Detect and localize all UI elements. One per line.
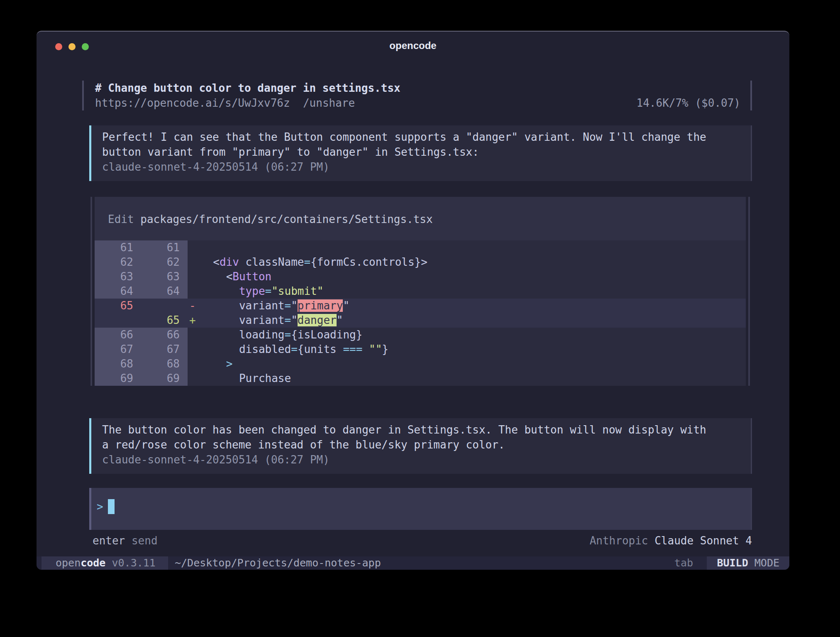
context-usage: 14.6K/7% ($0.07)	[637, 96, 740, 110]
diff-marker	[188, 255, 200, 270]
diff-code-line: <div className={formCs.controls}>	[200, 255, 746, 270]
diff-row: 6363 <Button	[95, 270, 746, 284]
diff-code-line: type="submit"	[200, 284, 746, 299]
working-directory: ~/Desktop/Projects/demo-notes-app	[175, 556, 381, 570]
message-text-line: a red/rose color scheme instead of the b…	[102, 437, 741, 452]
code-token	[239, 256, 246, 268]
edit-tool-call: Edit packages/frontend/src/containers/Se…	[95, 197, 746, 386]
code-token: <	[226, 270, 233, 283]
diff-code-line: disabled={units === ""}	[200, 342, 746, 357]
code-token	[200, 358, 226, 370]
diff-row: 6969 Purchase	[95, 371, 746, 386]
message-text-line: The button color has been changed to dan…	[102, 422, 741, 437]
assistant-message: The button color has been changed to dan…	[89, 418, 752, 474]
prompt-symbol: >	[97, 500, 103, 513]
prompt-input[interactable]: >	[89, 488, 752, 530]
app-version: v0.3.11	[105, 557, 155, 569]
unshare-command[interactable]: /unshare	[303, 96, 355, 110]
diff-row: 6464 type="submit"	[95, 284, 746, 299]
code-token: ""	[369, 343, 382, 355]
code-token: Button	[232, 270, 271, 283]
diff-line-number: 69	[141, 371, 188, 386]
session-header: # Change button color to danger in setti…	[82, 81, 752, 110]
diff-code-line: <Button	[200, 270, 746, 284]
spacer	[355, 96, 636, 110]
text-cursor	[108, 499, 115, 514]
code-token: "	[343, 299, 349, 312]
code-token: variant	[239, 314, 285, 326]
code-token: variant	[239, 299, 285, 312]
diff-line-number: 62	[141, 255, 188, 270]
message-text-line: button variant from "primary" to "danger…	[102, 145, 741, 159]
code-token	[200, 270, 226, 283]
diff-line-number: 67	[95, 342, 141, 357]
diff-row: 6767 disabled={units === ""}	[95, 342, 746, 357]
code-token: ===	[343, 343, 362, 355]
diff-marker	[188, 342, 200, 357]
code-token: =	[285, 328, 291, 341]
tool-block-right-rule	[748, 197, 750, 386]
diff-code-line: loading={isLoading}	[200, 328, 746, 342]
code-diff: 61616262 <div className={formCs.controls…	[95, 240, 746, 386]
diff-code-line: >	[200, 357, 746, 371]
code-token	[362, 343, 369, 355]
diff-code-line	[200, 240, 746, 255]
diff-marker	[188, 328, 200, 342]
diff-line-number: 63	[141, 270, 188, 284]
diff-line-number: 63	[95, 270, 141, 284]
code-token: {units	[298, 343, 343, 355]
diff-line-number: 61	[141, 240, 188, 255]
app-version-badge: opencode v0.3.11	[42, 556, 168, 570]
message-model-timestamp: claude-sonnet-4-20250514 (06:27 PM)	[102, 159, 741, 174]
code-token: disabled	[239, 343, 291, 355]
diff-code-line: variant="primary"	[200, 299, 746, 313]
tool-call-header: Edit packages/frontend/src/containers/Se…	[95, 212, 746, 227]
model-indicator[interactable]: Anthropic Claude Sonnet 4	[590, 533, 752, 548]
message-model-timestamp: claude-sonnet-4-20250514 (06:27 PM)	[102, 452, 741, 467]
code-token	[200, 343, 239, 355]
code-token: =	[291, 343, 298, 355]
tool-block-left-rule	[90, 197, 92, 386]
tool-file-path: packages/frontend/src/containers/Setting…	[140, 213, 432, 225]
code-token: className	[246, 256, 304, 268]
code-token	[200, 285, 239, 297]
code-token	[200, 328, 239, 341]
code-token: {isLoading}	[291, 328, 362, 341]
diff-line-number	[95, 313, 141, 328]
diff-row: 65- variant="primary"	[95, 299, 746, 313]
diff-marker	[188, 240, 200, 255]
mode-badge[interactable]: BUILD MODE	[707, 556, 789, 570]
code-token: >	[226, 358, 233, 370]
code-token: primary	[298, 299, 343, 312]
diff-marker: -	[188, 299, 200, 313]
tab-key-hint[interactable]: tab	[674, 556, 693, 570]
diff-line-number: 64	[95, 284, 141, 299]
diff-line-number: 62	[95, 255, 141, 270]
code-token	[200, 372, 239, 385]
diff-row: 6666 loading={isLoading}	[95, 328, 746, 342]
model-provider: Anthropic	[590, 534, 655, 547]
diff-line-number	[141, 299, 188, 313]
composer-hints: enter send Anthropic Claude Sonnet 4	[93, 533, 752, 548]
titlebar: opencode	[37, 32, 789, 58]
status-bar: opencode v0.3.11 ~/Desktop/Projects/demo…	[37, 556, 789, 570]
diff-marker: +	[188, 313, 200, 328]
code-token: "submit"	[271, 285, 323, 297]
code-token: {formCs.controls}	[310, 256, 421, 268]
diff-line-number: 64	[141, 284, 188, 299]
diff-marker	[188, 371, 200, 386]
diff-line-number: 68	[141, 357, 188, 371]
diff-line-number: 66	[141, 328, 188, 342]
diff-row: 6161	[95, 240, 746, 255]
code-token: loading	[239, 328, 285, 341]
enter-key-hint: enter	[93, 534, 125, 547]
diff-marker	[188, 284, 200, 299]
session-title: # Change button color to danger in setti…	[95, 81, 740, 96]
diff-code-line: Purchase	[200, 371, 746, 386]
share-url[interactable]: https://opencode.ai/s/UwJxv76z	[95, 96, 290, 110]
code-token: }	[382, 343, 388, 355]
model-name: Claude Sonnet 4	[654, 534, 752, 547]
diff-line-number: 67	[141, 342, 188, 357]
code-token: =	[285, 314, 291, 326]
window-title: opencode	[37, 32, 789, 58]
